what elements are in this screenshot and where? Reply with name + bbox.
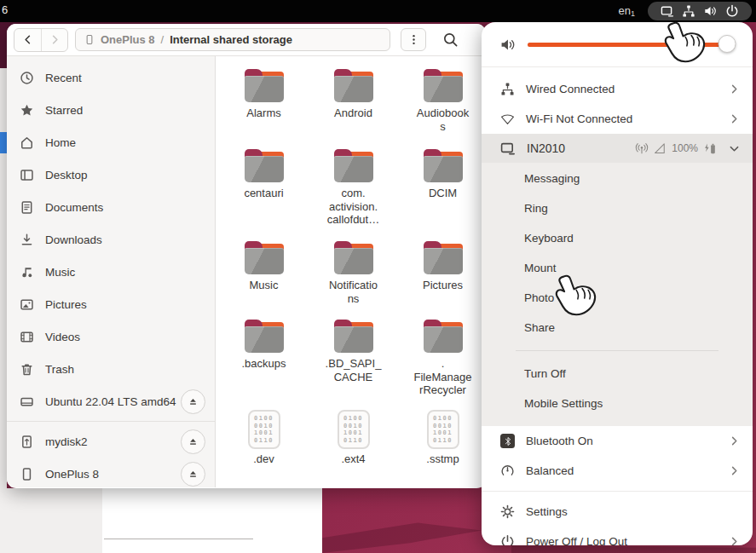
volume-icon <box>500 37 517 52</box>
system-tray[interactable] <box>648 2 752 20</box>
file-item[interactable]: com. activision. callofdut… <box>309 142 398 234</box>
file-label: .BD_SAPI_ CACHE <box>326 357 382 383</box>
sidebar-item-label: Desktop <box>45 169 88 181</box>
screen-cast-icon[interactable] <box>661 4 674 18</box>
sidebar-item-recent[interactable]: Recent <box>7 61 215 94</box>
volume-slider[interactable] <box>528 35 736 54</box>
file-item[interactable]: Android <box>309 62 398 142</box>
topbar-left-text: 6 <box>2 3 8 16</box>
file-item[interactable]: Music <box>219 234 309 313</box>
video-icon <box>20 330 34 344</box>
menu-kebab-button[interactable] <box>401 28 426 51</box>
volume-slider-knob[interactable] <box>718 35 736 53</box>
device-menu-item-mobile-settings[interactable]: Mobile Settings <box>482 389 753 418</box>
folder-icon <box>424 241 463 275</box>
device-menu-item-mount[interactable]: Mount <box>482 253 753 283</box>
folder-icon <box>424 69 463 103</box>
trash-icon <box>20 362 34 377</box>
sidebar-item-label: mydisk2 <box>45 435 88 448</box>
file-item[interactable]: .BD_SAPI_ CACHE <box>309 313 398 403</box>
breadcrumb-device[interactable]: OnePlus 8 <box>101 33 155 46</box>
breadcrumb-current-folder[interactable]: Internal shared storage <box>170 33 292 46</box>
folder-icon <box>334 149 373 183</box>
device-menu-item-ring[interactable]: Ring <box>482 193 753 223</box>
sidebar-item-desktop[interactable]: Desktop <box>7 158 215 191</box>
device-menu-item-messaging[interactable]: Messaging <box>482 164 753 193</box>
device-menu-item-photo[interactable]: Photo <box>482 283 753 313</box>
sidebar-item-pictures[interactable]: Pictures <box>7 288 215 320</box>
sidebar-item-label: OnePlus 8 <box>45 468 99 481</box>
menu-item-power-off-log-out[interactable]: Power Off / Log Out <box>482 527 753 545</box>
file-item[interactable]: Audiobook s <box>398 62 486 142</box>
menu-item-settings[interactable]: Settings <box>482 497 753 527</box>
volume-slider-fill <box>528 43 727 47</box>
file-item[interactable]: . FileManage rRecycler <box>398 313 486 403</box>
sidebar-item-ubuntu-22-04-lts-amd64[interactable]: Ubuntu 22.04 LTS amd64 <box>7 385 215 418</box>
download-icon <box>20 233 34 247</box>
menu-item-wired-connected[interactable]: Wired Connected <box>482 74 753 104</box>
file-item[interactable]: 0100001010010110.ext4 <box>309 403 398 488</box>
nav-button-group <box>14 28 68 52</box>
file-item[interactable]: Alarms <box>219 62 309 142</box>
menu-item-bluetooth-on[interactable]: Bluetooth On <box>482 426 753 456</box>
search-button[interactable] <box>438 28 462 51</box>
file-label: Alarms <box>246 107 280 120</box>
eject-button[interactable] <box>181 462 205 487</box>
menu-item-balanced[interactable]: Balanced <box>482 456 753 486</box>
sidebar: RecentStarredHomeDesktopDocumentsDownloa… <box>7 56 216 487</box>
sidebar-item-mydisk2[interactable]: mydisk2 <box>7 425 215 458</box>
device-menu-item-share[interactable]: Share <box>482 313 753 343</box>
sidebar-item-trash[interactable]: Trash <box>7 353 215 385</box>
sidebar-item-label: Ubuntu 22.04 LTS amd64 <box>45 395 176 408</box>
battery-charging-icon <box>703 142 717 155</box>
device-menu-item-turn-off[interactable]: Turn Off <box>482 359 753 389</box>
device-menu-item-keyboard[interactable]: Keyboard <box>482 223 753 253</box>
sidebar-item-videos[interactable]: Videos <box>7 320 215 353</box>
wired-network-icon[interactable] <box>682 4 695 18</box>
file-item[interactable]: 0100001010010110.dev <box>219 403 309 488</box>
folder-icon <box>424 320 463 354</box>
menu-item-label: Settings <box>526 505 568 518</box>
breadcrumb-separator: / <box>161 33 164 46</box>
folder-icon <box>334 320 373 354</box>
folder-icon <box>245 320 284 354</box>
chevron-right-icon <box>728 435 741 447</box>
power-icon[interactable] <box>725 4 739 18</box>
chevron-down-icon[interactable] <box>728 142 741 155</box>
connected-device-row[interactable]: IN2010 100% <box>482 134 753 163</box>
back-button[interactable] <box>14 29 41 51</box>
volume-icon[interactable] <box>704 4 718 18</box>
sidebar-item-starred[interactable]: Starred <box>7 94 215 126</box>
file-item[interactable]: DCIM <box>398 142 486 234</box>
breadcrumb[interactable]: OnePlus 8 / Internal shared storage <box>75 28 390 51</box>
file-list-area[interactable]: AlarmsAndroidAudiobook scentauricom. act… <box>216 56 486 487</box>
quick-settings-menu: Wired ConnectedWi-Fi Not Connected IN201… <box>482 22 753 545</box>
file-item[interactable]: .backups <box>219 313 309 403</box>
file-item[interactable]: centauri <box>219 142 309 234</box>
sidebar-item-music[interactable]: Music <box>7 256 215 288</box>
keyboard-layout-indicator[interactable]: en1 <box>619 4 635 18</box>
sidebar-item-oneplus-8[interactable]: OnePlus 8 <box>7 458 215 487</box>
file-item[interactable]: 0100001010010110.sstmp <box>398 403 486 488</box>
eject-button[interactable] <box>181 389 205 414</box>
sidebar-item-downloads[interactable]: Downloads <box>7 223 215 256</box>
menu-item-wi-fi-not-connected[interactable]: Wi-Fi Not Connected <box>482 104 753 134</box>
eject-button[interactable] <box>181 429 205 454</box>
phone-icon <box>84 32 95 47</box>
chevron-right-icon <box>728 83 741 95</box>
forward-button[interactable] <box>41 29 67 51</box>
folder-icon <box>245 69 284 103</box>
background-window-fragment <box>7 488 102 553</box>
settings-icon <box>500 504 515 519</box>
star-icon <box>20 103 34 118</box>
file-label: Notificatio ns <box>329 279 378 305</box>
file-label: Android <box>334 107 372 120</box>
background-window-fragment <box>0 132 7 153</box>
sidebar-item-documents[interactable]: Documents <box>7 191 215 223</box>
file-label: com. activision. callofdut… <box>327 187 379 227</box>
sidebar-item-home[interactable]: Home <box>7 126 215 158</box>
file-item[interactable]: Pictures <box>398 234 486 313</box>
file-item[interactable]: Notificatio ns <box>309 234 398 313</box>
folder-icon <box>245 149 284 183</box>
binary-file-icon: 0100001010010110 <box>427 410 459 449</box>
